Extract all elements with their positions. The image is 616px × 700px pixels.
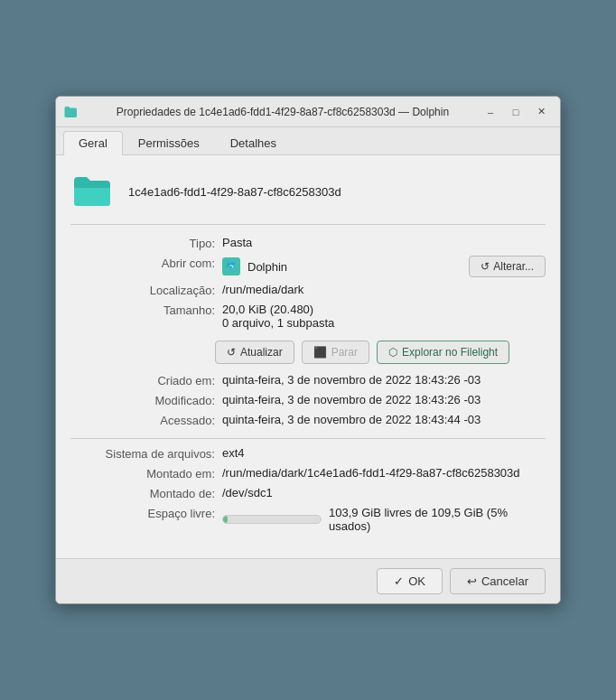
- minimize-button[interactable]: –: [479, 102, 502, 122]
- tab-bar: Geral Permissões Detalhes: [56, 127, 560, 155]
- sistema-label: Sistema de arquivos:: [70, 446, 215, 461]
- file-folder-icon: [70, 170, 114, 213]
- tamanho-label: Tamanho:: [70, 303, 215, 330]
- file-header: 1c4e1ad6-fdd1-4f29-8a87-cf8c6258303d: [70, 170, 546, 225]
- parar-label: Parar: [331, 346, 358, 359]
- tab-content: 1c4e1ad6-fdd1-4f29-8a87-cf8c6258303d Tip…: [56, 155, 560, 558]
- ok-label: OK: [408, 574, 425, 588]
- cancelar-button[interactable]: ↩ Cancelar: [450, 568, 546, 594]
- dialog-footer: ✓ OK ↩ Cancelar: [56, 558, 560, 603]
- cancelar-label: Cancelar: [481, 574, 528, 588]
- sistema-value: ext4: [222, 446, 546, 461]
- criado-label: Criado em:: [70, 373, 215, 387]
- tamanho-main: 20,0 KiB (20.480): [222, 303, 546, 316]
- main-window: Propriedades de 1c4e1ad6-fdd1-4f29-8a87-…: [55, 96, 561, 604]
- filelight-button[interactable]: ⬡ Explorar no Filelight: [377, 341, 509, 364]
- montado-em-value: /run/media/dark/1c4e1ad6-fdd1-4f29-8a87-…: [222, 466, 546, 481]
- close-button[interactable]: ✕: [529, 102, 553, 122]
- atualizar-label: Atualizar: [240, 346, 283, 359]
- info-section-filesystem: Sistema de arquivos: ext4 Montado em: /r…: [70, 446, 546, 533]
- tamanho-sub: 0 arquivo, 1 subpasta: [222, 316, 546, 330]
- acessado-label: Acessado:: [70, 413, 215, 427]
- tipo-value: Pasta: [222, 236, 546, 250]
- progress-bar-bg: [222, 515, 322, 524]
- abrir-com-label: Abrir com:: [70, 256, 215, 277]
- abrir-com-value: Dolphin: [247, 260, 287, 274]
- tamanho-value: 20,0 KiB (20.480) 0 arquivo, 1 subpasta: [222, 303, 546, 330]
- maximize-button[interactable]: □: [504, 102, 527, 122]
- dolphin-app-icon: 🐬: [222, 257, 240, 275]
- alterar-label: Alterar...: [493, 260, 534, 273]
- acessado-value: quinta-feira, 3 de novembro de 2022 18:4…: [222, 413, 546, 427]
- progress-bar-fill: [223, 516, 228, 523]
- cancelar-icon: ↩: [467, 574, 477, 588]
- window-controls: – □ ✕: [479, 102, 553, 122]
- tipo-label: Tipo:: [70, 236, 215, 250]
- montado-de-label: Montado de:: [70, 486, 215, 500]
- atualizar-button[interactable]: ↺ Atualizar: [215, 341, 294, 364]
- alterar-button[interactable]: ↺ Alterar...: [469, 256, 546, 277]
- espaco-label: Espaço livre:: [70, 506, 215, 533]
- parar-icon: ⬛: [313, 346, 327, 359]
- localizacao-value: /run/media/dark: [222, 283, 546, 297]
- info-section-dates: Criado em: quinta-feira, 3 de novembro d…: [70, 373, 546, 427]
- tab-detalhes[interactable]: Detalhes: [215, 131, 292, 154]
- window-title: Propriedades de 1c4e1ad6-fdd1-4f29-8a87-…: [87, 106, 479, 118]
- tab-permissoes[interactable]: Permissões: [123, 131, 215, 154]
- svg-text:🐬: 🐬: [225, 260, 238, 273]
- abrir-com-row: 🐬 Dolphin ↺ Alterar...: [222, 256, 546, 277]
- alterar-icon: ↺: [481, 260, 490, 273]
- titlebar: Propriedades de 1c4e1ad6-fdd1-4f29-8a87-…: [56, 97, 560, 127]
- ok-icon: ✓: [394, 574, 404, 588]
- modificado-label: Modificado:: [70, 393, 215, 407]
- ok-button[interactable]: ✓ OK: [377, 568, 443, 594]
- espaco-row: 103,9 GiB livres de 109,5 GiB (5% usados…: [222, 506, 546, 533]
- modificado-value: quinta-feira, 3 de novembro de 2022 18:4…: [222, 393, 546, 407]
- filelight-label: Explorar no Filelight: [402, 346, 498, 359]
- file-name: 1c4e1ad6-fdd1-4f29-8a87-cf8c6258303d: [128, 185, 341, 199]
- criado-value: quinta-feira, 3 de novembro de 2022 18:4…: [222, 373, 546, 387]
- espaco-value: 103,9 GiB livres de 109,5 GiB (5% usados…: [329, 506, 546, 533]
- separator: [70, 438, 546, 439]
- titlebar-folder-icon: [63, 104, 79, 120]
- atualizar-icon: ↺: [227, 346, 236, 359]
- montado-em-label: Montado em:: [70, 466, 215, 481]
- filelight-icon: ⬡: [388, 346, 397, 359]
- tab-geral[interactable]: Geral: [63, 131, 123, 155]
- info-section-basic: Tipo: Pasta Abrir com: 🐬 Dolphin ↺ Alter…: [70, 236, 546, 330]
- parar-button[interactable]: ⬛ Parar: [302, 341, 369, 364]
- montado-de-value: /dev/sdc1: [222, 486, 546, 500]
- localizacao-label: Localização:: [70, 283, 215, 297]
- action-buttons: ↺ Atualizar ⬛ Parar ⬡ Explorar no Fileli…: [215, 341, 546, 364]
